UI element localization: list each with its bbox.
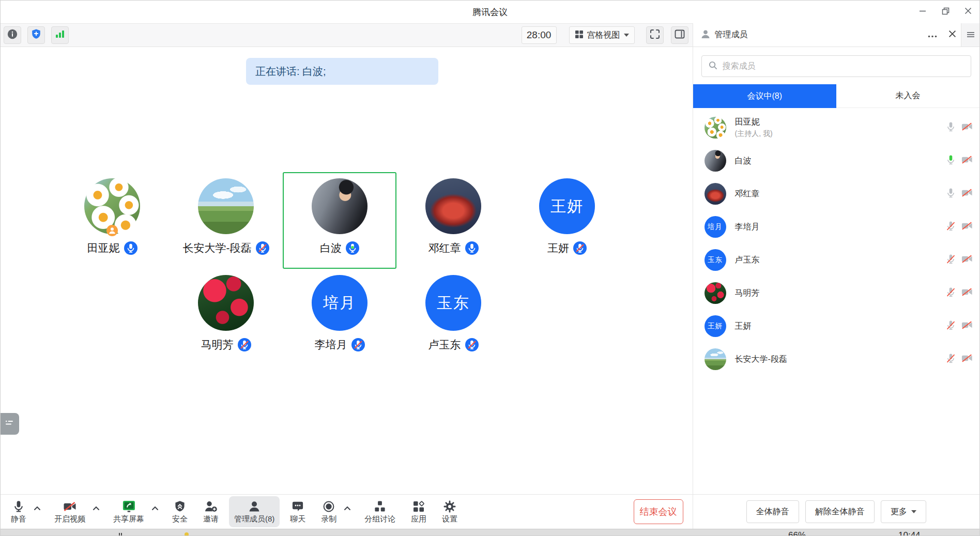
toolbar-item-label: 安全 bbox=[172, 514, 188, 524]
participant-tile[interactable]: 王妍 王妍 bbox=[510, 172, 624, 269]
more-button[interactable]: 更多 bbox=[881, 500, 926, 523]
toolbar-item-share-screen[interactable]: 共享屏幕 bbox=[108, 496, 149, 527]
camera-off-icon[interactable] bbox=[961, 353, 973, 366]
toolbar-item-security[interactable]: 安全 bbox=[167, 496, 193, 527]
participant-tile[interactable]: 马明芳 bbox=[169, 269, 283, 365]
panel-more-button[interactable] bbox=[926, 28, 939, 42]
members-icon bbox=[248, 499, 261, 513]
camera-off-icon[interactable] bbox=[961, 253, 973, 267]
toolbar-item-camera-off[interactable]: 开启视频 bbox=[49, 496, 90, 527]
bottom-toolbar: 静音 开启视频 共享屏幕 安全 邀请 管理成员(8) 聊天 录制 分组讨论 bbox=[1, 494, 693, 529]
breakout-icon bbox=[374, 499, 386, 513]
mic-icon bbox=[12, 499, 25, 513]
chevron-up-icon[interactable] bbox=[342, 493, 353, 524]
toolbar-item-invite[interactable]: 邀请 bbox=[198, 496, 224, 527]
network-signal-icon bbox=[55, 29, 65, 41]
tab-in-meeting[interactable]: 会议中(8) bbox=[693, 84, 836, 108]
toolbar-item-settings[interactable]: 设置 bbox=[437, 496, 463, 527]
restore-icon bbox=[942, 7, 950, 17]
member-role: (主持人, 我) bbox=[735, 129, 773, 139]
member-person-icon bbox=[700, 29, 711, 41]
mic-on-icon[interactable] bbox=[945, 188, 956, 201]
member-row[interactable]: 马明芳 bbox=[693, 277, 979, 310]
tile-name-row: 马明芳 bbox=[201, 338, 251, 352]
sidebar-layout-icon bbox=[675, 29, 685, 41]
camera-off-icon[interactable] bbox=[961, 154, 973, 167]
tile-name-row: 李培月 bbox=[315, 338, 365, 352]
toolbar-item-apps[interactable]: 应用 bbox=[406, 496, 432, 527]
mic-muted-icon[interactable] bbox=[945, 221, 956, 234]
member-row[interactable]: 长安大学-段磊 bbox=[693, 343, 979, 376]
unmute-all-button[interactable]: 解除全体静音 bbox=[805, 500, 875, 523]
close-button[interactable] bbox=[957, 1, 979, 23]
search-input[interactable] bbox=[723, 62, 964, 71]
fullscreen-icon bbox=[650, 29, 660, 41]
taskbar-battery: 66% bbox=[788, 530, 806, 536]
camera-off-icon[interactable] bbox=[961, 286, 973, 300]
toolbar-item-mic[interactable]: 静音 bbox=[6, 496, 32, 527]
mic-speaking-icon[interactable] bbox=[945, 155, 956, 167]
member-name: 邓红章 bbox=[735, 189, 760, 200]
view-mode-dropdown[interactable]: 宫格视图 bbox=[569, 26, 635, 44]
participant-name: 田亚妮 bbox=[87, 241, 120, 255]
minimize-button[interactable] bbox=[911, 1, 934, 23]
meeting-info-button[interactable] bbox=[4, 26, 21, 44]
toolbar-item-members[interactable]: 管理成员(8) bbox=[229, 496, 280, 527]
network-status-button[interactable] bbox=[51, 26, 69, 44]
restore-button[interactable] bbox=[934, 1, 957, 23]
member-name: 马明芳 bbox=[735, 288, 760, 299]
chevron-up-icon[interactable] bbox=[90, 493, 102, 524]
tab-not-joined[interactable]: 未入会 bbox=[836, 84, 979, 108]
participant-tile[interactable]: 田亚妮 bbox=[55, 172, 169, 269]
panel-collapse-handle[interactable] bbox=[961, 23, 979, 47]
mute-all-button[interactable]: 全体静音 bbox=[746, 500, 799, 523]
participant-name: 卢玉东 bbox=[428, 338, 461, 352]
participant-tile[interactable]: 白波 bbox=[283, 172, 396, 269]
mic-status-icon bbox=[465, 241, 479, 255]
footer-button-label: 解除全体静音 bbox=[815, 507, 865, 517]
mic-muted-icon[interactable] bbox=[945, 320, 956, 333]
search-icon bbox=[708, 60, 718, 72]
end-meeting-button[interactable]: 结束会议 bbox=[634, 499, 683, 524]
mic-on-icon[interactable] bbox=[945, 121, 956, 134]
chevron-up-icon[interactable] bbox=[149, 493, 161, 524]
settings-icon bbox=[443, 499, 456, 513]
member-name: 李培月 bbox=[735, 222, 760, 233]
fullscreen-button[interactable] bbox=[646, 26, 664, 44]
member-row[interactable]: 邓红章 bbox=[693, 177, 979, 210]
mic-muted-icon[interactable] bbox=[945, 287, 956, 300]
member-row[interactable]: 培月李培月 bbox=[693, 210, 979, 243]
mic-muted-icon[interactable] bbox=[945, 254, 956, 267]
toggle-sidebar-button[interactable] bbox=[671, 26, 688, 44]
toolbar-item-chat[interactable]: 聊天 bbox=[285, 496, 311, 527]
participant-tile[interactable]: 玉东 卢玉东 bbox=[396, 269, 510, 365]
participant-name: 邓红章 bbox=[428, 241, 461, 255]
main-area: 28:00 宫格视图 正在讲话: 白波; bbox=[1, 23, 693, 529]
chevron-up-icon[interactable] bbox=[32, 493, 43, 524]
member-list: 田亚妮(主持人, 我) 白波 邓红章 培月李培月 玉东卢玉东 马明芳 王妍王 bbox=[693, 108, 979, 494]
panel-tabs: 会议中(8)未入会 bbox=[693, 84, 979, 108]
window-title: 腾讯会议 bbox=[472, 6, 508, 18]
camera-off-icon[interactable] bbox=[961, 121, 973, 134]
member-row[interactable]: 玉东卢玉东 bbox=[693, 243, 979, 277]
participant-tile[interactable]: 培月 李培月 bbox=[283, 269, 396, 365]
close-icon bbox=[948, 30, 956, 40]
participant-tile[interactable]: 邓红章 bbox=[396, 172, 510, 269]
panel-close-button[interactable] bbox=[945, 28, 959, 42]
chat-preview-toggle[interactable] bbox=[1, 413, 19, 435]
toolbar-item-record[interactable]: 录制 bbox=[316, 496, 342, 527]
camera-off-icon[interactable] bbox=[961, 319, 973, 333]
close-icon bbox=[964, 7, 972, 17]
camera-off-icon[interactable] bbox=[961, 187, 973, 201]
member-row[interactable]: 王妍王妍 bbox=[693, 310, 979, 343]
participant-tile[interactable]: 长安大学-段磊 bbox=[169, 172, 283, 269]
video-stage: 正在讲话: 白波; 田亚妮 长安大学-段磊 白波 邓红章 王妍 王妍 bbox=[1, 47, 693, 494]
security-status-button[interactable] bbox=[27, 26, 45, 44]
member-row[interactable]: 田亚妮(主持人, 我) bbox=[693, 111, 979, 144]
camera-off-icon[interactable] bbox=[961, 220, 973, 234]
caret-down-icon bbox=[624, 34, 629, 37]
member-name: 卢玉东 bbox=[735, 255, 760, 266]
mic-muted-icon[interactable] bbox=[945, 353, 956, 366]
toolbar-item-breakout[interactable]: 分组讨论 bbox=[359, 496, 401, 527]
member-row[interactable]: 白波 bbox=[693, 144, 979, 177]
